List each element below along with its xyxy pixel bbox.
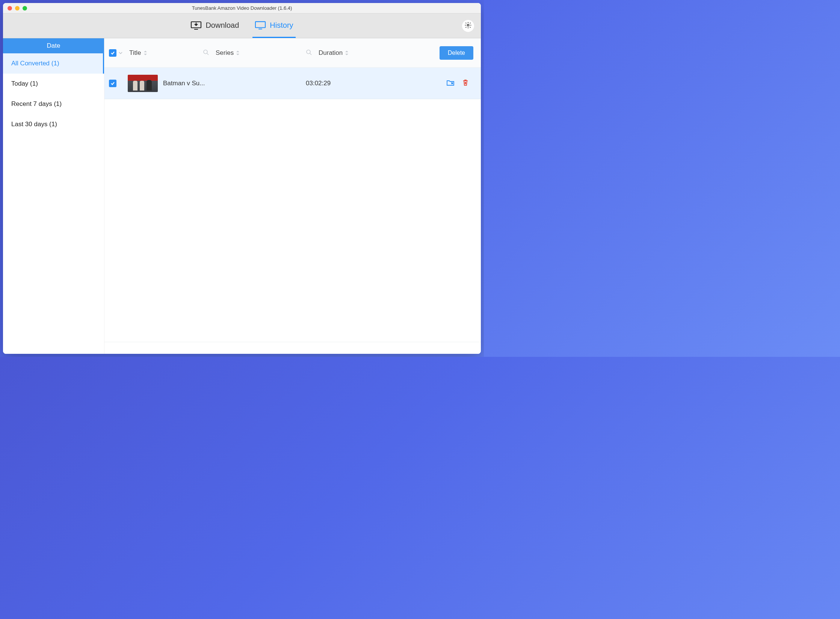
row-actions	[446, 79, 470, 88]
history-icon	[255, 20, 266, 30]
open-folder-button[interactable]	[446, 79, 455, 88]
sidebar-item-label: Today (1)	[11, 80, 38, 88]
table-header: Title Series D	[104, 38, 481, 68]
tab-download-label: Download	[205, 21, 239, 30]
svg-rect-2	[255, 22, 265, 28]
search-title-icon[interactable]	[203, 49, 209, 57]
sidebar-item-label: Recent 7 days (1)	[11, 100, 62, 108]
tab-download[interactable]: Download	[188, 14, 241, 38]
row-duration: 03:02:29	[306, 80, 392, 87]
column-title-label: Title	[129, 49, 141, 57]
delete-button[interactable]: Delete	[440, 46, 473, 60]
select-all-checkbox[interactable]	[109, 49, 116, 57]
settings-button[interactable]	[462, 20, 474, 32]
maximize-window-button[interactable]	[23, 6, 27, 11]
sidebar-item-today[interactable]: Today (1)	[3, 74, 104, 94]
svg-point-5	[204, 50, 207, 54]
tab-history[interactable]: History	[252, 14, 295, 38]
sidebar-item-label: All Converted (1)	[11, 60, 59, 67]
minimize-window-button[interactable]	[15, 6, 20, 11]
sidebar-item-all-converted[interactable]: All Converted (1)	[3, 53, 104, 74]
svg-point-7	[307, 50, 310, 54]
sidebar: Date All Converted (1) Today (1) Recent …	[3, 38, 104, 354]
tab-history-label: History	[270, 21, 293, 30]
gear-icon	[464, 21, 472, 30]
video-thumbnail	[128, 75, 158, 92]
svg-line-6	[207, 53, 208, 55]
select-all-dropdown[interactable]	[119, 50, 122, 56]
column-series-label: Series	[216, 49, 234, 57]
row-title: Batman v Su...	[163, 80, 216, 87]
download-icon	[190, 20, 202, 30]
traffic-lights	[8, 6, 27, 11]
sort-duration[interactable]	[345, 50, 349, 56]
table-row[interactable]: Batman v Su... 03:02:29	[104, 68, 481, 99]
svg-line-8	[310, 53, 311, 55]
sidebar-item-recent-7-days[interactable]: Recent 7 days (1)	[3, 94, 104, 114]
close-window-button[interactable]	[8, 6, 12, 11]
sidebar-item-last-30-days[interactable]: Last 30 days (1)	[3, 114, 104, 134]
sidebar-header: Date	[3, 38, 104, 53]
content-body: Date All Converted (1) Today (1) Recent …	[3, 38, 481, 354]
svg-point-4	[467, 24, 469, 26]
app-window: TunesBank Amazon Video Downloader (1.6.4…	[3, 3, 481, 354]
sort-title[interactable]	[144, 50, 147, 56]
row-checkbox[interactable]	[109, 80, 116, 87]
trash-icon	[462, 79, 469, 88]
window-title: TunesBank Amazon Video Downloader (1.6.4…	[192, 5, 292, 11]
search-series-icon[interactable]	[306, 49, 312, 57]
sort-series[interactable]	[236, 50, 240, 56]
sidebar-item-label: Last 30 days (1)	[11, 121, 57, 128]
toolbar: Download History	[3, 14, 481, 38]
column-duration-label: Duration	[319, 49, 343, 57]
title-bar: TunesBank Amazon Video Downloader (1.6.4…	[3, 3, 481, 14]
main-panel: Title Series D	[104, 38, 481, 354]
folder-open-icon	[446, 79, 455, 88]
delete-row-button[interactable]	[461, 79, 470, 88]
table-footer	[104, 342, 481, 354]
